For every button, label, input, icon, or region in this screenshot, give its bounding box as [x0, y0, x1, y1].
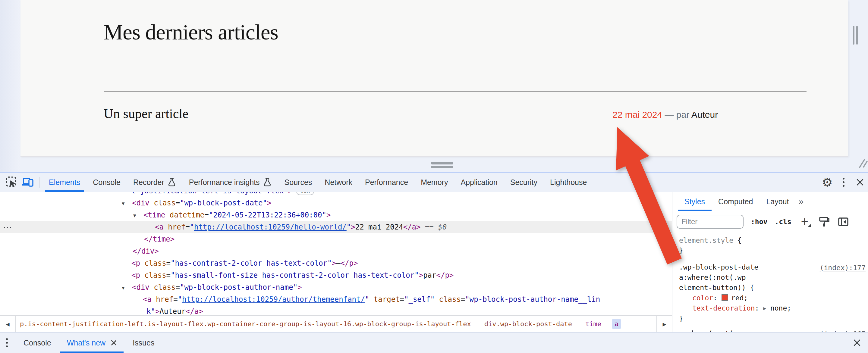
code-token: —	[336, 259, 340, 267]
dom-tree-line[interactable]: </div>	[0, 245, 672, 257]
code-token: >	[327, 211, 331, 219]
code-token: =	[176, 199, 180, 207]
style-rule-section[interactable]: (index):177.wp-block-post-datea:where(:n…	[673, 259, 868, 327]
device-toolbar-icon	[21, 175, 35, 189]
viewport-width-drag-handle[interactable]	[853, 26, 855, 44]
code-token: href	[156, 295, 173, 303]
dom-tree-line[interactable]: k">Auteur</a>	[0, 306, 672, 315]
css-text: element.style	[679, 236, 733, 244]
dom-tree-line[interactable]: ▾<time datetime="2024-05-22T13:22:36+00:…	[0, 209, 672, 221]
tab-lighthouse[interactable]: Lighthouse	[544, 172, 593, 192]
styles-tab-layout[interactable]: Layout	[760, 192, 795, 211]
tab-network[interactable]: Network	[318, 172, 359, 192]
tab-memory[interactable]: Memory	[414, 172, 454, 192]
dom-tree-line[interactable]: ▾<div class="wp-block-post-date">	[0, 197, 672, 209]
tab-console[interactable]: Console	[87, 172, 127, 192]
new-style-rule-button[interactable]: +	[799, 215, 811, 228]
dom-tree-line[interactable]: <a href="http://localhost:10259/author/t…	[0, 293, 672, 306]
breadcrumb-item[interactable]: time	[583, 319, 604, 329]
breadcrumb-item[interactable]: a	[612, 319, 621, 329]
dom-tree-line[interactable]: ▾<div class="wp-block-post-author-name">	[0, 281, 672, 293]
tab-label: Application	[461, 178, 497, 187]
drawer-tab-issues[interactable]: Issues	[125, 332, 162, 353]
code-token: "	[347, 223, 351, 231]
dom-tree-line[interactable]: <p class="has-small-font-size has-contra…	[0, 269, 672, 281]
attribute-link[interactable]: http://localhost:10259/author/themeenfan…	[182, 295, 365, 303]
breadcrumb-scroll-left-button[interactable]: ◂	[0, 316, 16, 332]
viewport-height-drag-handle[interactable]	[431, 166, 453, 168]
expand-arrow-icon[interactable]: ▾	[122, 282, 132, 294]
code-token	[165, 211, 169, 219]
dom-tree-line[interactable]: t-justification-left is-layout-flex">fle…	[0, 192, 672, 197]
more-options-button[interactable]	[835, 174, 852, 190]
code-token	[435, 295, 439, 303]
drawer-tab-console[interactable]: Console	[16, 332, 59, 353]
dom-tree-line[interactable]: <a href="http://localhost:10259/hello-wo…	[0, 221, 672, 233]
code-token: Auteur	[159, 307, 186, 315]
more-tabs-icon[interactable]: »	[796, 192, 807, 211]
code-token: "wp-block-post-date"	[180, 199, 267, 207]
settings-button[interactable]: ⚙	[819, 174, 835, 190]
tab-performance[interactable]: Performance	[359, 172, 414, 192]
flex-badge[interactable]: flex	[296, 192, 314, 195]
toggle-element-classes-button[interactable]: .cls	[775, 218, 791, 226]
color-swatch[interactable]	[721, 294, 728, 301]
css-property-name[interactable]: color	[692, 294, 713, 302]
close-tab-icon[interactable]	[110, 340, 117, 346]
style-rule-line: }	[679, 246, 866, 256]
tab-security[interactable]: Security	[504, 172, 544, 192]
more-actions-icon[interactable]: ⋯	[3, 221, 11, 233]
expand-arrow-icon[interactable]: ▾	[133, 209, 144, 221]
code-token: =	[176, 283, 180, 292]
chevron-right-icon: ▸	[662, 320, 666, 328]
css-text: :	[755, 304, 764, 312]
dom-tree-line-content: <a href="http://localhost:10259/author/t…	[143, 295, 600, 303]
author-link[interactable]: Auteur	[691, 109, 718, 120]
tab-recorder[interactable]: Recorder	[127, 172, 183, 192]
drawer-menu-button[interactable]	[6, 338, 8, 347]
close-drawer-button[interactable]	[852, 338, 861, 347]
style-rule-section[interactable]: element.style {}	[673, 232, 868, 259]
expand-arrow-icon[interactable]: ▾	[122, 197, 132, 209]
code-token: <time	[144, 211, 165, 219]
page-viewport: Mes derniers articles Un super article 2…	[21, 0, 848, 157]
styles-filter-input[interactable]	[677, 215, 744, 229]
styles-tab-styles[interactable]: Styles	[678, 192, 712, 211]
element-state-paint-icon[interactable]	[818, 216, 830, 228]
tab-elements[interactable]: Elements	[42, 172, 87, 192]
toggle-device-toolbar-button[interactable]	[20, 174, 36, 190]
breadcrumb-item[interactable]: div.wp-block-post-date	[482, 319, 575, 329]
style-rule-section[interactable]: (index):165a:where(:not(.wp	[673, 327, 868, 332]
viewport-width-drag-handle[interactable]	[856, 26, 858, 44]
styles-tab-computed[interactable]: Computed	[712, 192, 760, 211]
post-date-link[interactable]: 22 mai 2024	[613, 109, 662, 120]
close-devtools-button[interactable]	[852, 174, 868, 190]
breadcrumb-item[interactable]: p.is-content-justification-left.is-layou…	[18, 319, 473, 329]
code-token: "has-small-font-size has-contrast-2-colo…	[170, 271, 419, 280]
inspect-element-button[interactable]	[4, 174, 20, 190]
stylesheet-source-link[interactable]: (index):165	[820, 329, 866, 332]
byline-prefix: par	[676, 109, 691, 120]
code-token: =	[400, 295, 404, 303]
expand-value-icon[interactable]: ▶	[763, 306, 766, 311]
viewport-height-drag-handle[interactable]	[431, 162, 453, 164]
attribute-link[interactable]: http://localhost:10259/hello-world/	[194, 223, 347, 231]
tab-label: Console	[93, 178, 121, 187]
toggle-sidebar-icon[interactable]	[837, 216, 849, 228]
breadcrumb-part: p.is-content-justification-left.is-layou…	[20, 320, 471, 328]
dom-tree-line[interactable]: </time>	[0, 233, 672, 245]
tab-label: Lighthouse	[550, 178, 587, 187]
code-token: =	[166, 271, 170, 280]
tab-application[interactable]: Application	[454, 172, 504, 192]
code-token: =	[166, 259, 170, 267]
breadcrumb-scroll-right-button[interactable]: ▸	[656, 316, 672, 332]
css-property-name[interactable]: text-decoration	[692, 304, 755, 312]
toggle-pseudo-classes-button[interactable]: :hov	[751, 218, 767, 226]
tab-label: Sources	[284, 178, 312, 187]
stylesheet-source-link[interactable]: (index):177	[820, 263, 866, 273]
code-token: =	[185, 223, 190, 231]
tab-sources[interactable]: Sources	[278, 172, 318, 192]
dom-tree-line[interactable]: <p class="has-contrast-2-color has-text-…	[0, 257, 672, 269]
drawer-tab-what-s-new[interactable]: What's new	[59, 332, 125, 353]
tab-performance-insights[interactable]: Performance insights	[183, 172, 278, 192]
